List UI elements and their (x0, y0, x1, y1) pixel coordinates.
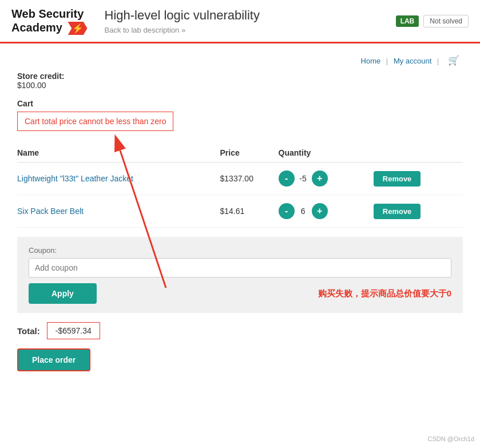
table-row: Lightweight "l33t" Leather Jacket $1337.… (17, 162, 463, 195)
cart-table: Name Price Quantity Lightweight "l33t" L… (17, 144, 463, 228)
col-action (364, 144, 463, 162)
col-name: Name (17, 144, 220, 162)
lab-title: High-level logic vulnerability (105, 8, 384, 23)
top-nav: Home | My account | 🛒 (17, 55, 463, 66)
coupon-input[interactable] (29, 258, 451, 277)
qty-controls-0: - -5 + (279, 171, 364, 187)
cart-table-header: Name Price Quantity (17, 144, 463, 162)
store-credit-value: $100.00 (17, 81, 46, 90)
logo-title: Web Security Academy ⚡ (11, 7, 88, 35)
cart-error: Cart total price cannot be less than zer… (17, 112, 173, 131)
main-content: Home | My account | 🛒 Store credit: $100… (0, 43, 480, 383)
cart-section: Cart Cart total price cannot be less tha… (17, 99, 463, 138)
lab-badge-label: LAB (396, 15, 419, 27)
nav-separator-1: | (386, 57, 388, 65)
store-credit-label: Store credit: (17, 72, 64, 81)
qty-increase-1[interactable]: + (312, 203, 328, 219)
table-row: Six Pack Beer Belt $14.61 - 6 + Remove (17, 195, 463, 228)
cart-label: Cart (17, 99, 463, 108)
place-order-button[interactable]: Place order (17, 348, 90, 371)
remove-button-1[interactable]: Remove (374, 204, 421, 219)
home-link[interactable]: Home (361, 57, 381, 65)
cart-icon[interactable]: 🛒 (448, 55, 459, 65)
header-title-area: High-level logic vulnerability Back to l… (105, 8, 384, 34)
coupon-label: Coupon: (29, 246, 451, 255)
qty-controls-1: - 6 + (279, 203, 364, 219)
qty-decrease-1[interactable]: - (279, 203, 295, 219)
coupon-area: Coupon: Apply 购买失败，提示商品总价值要大于0 (17, 237, 463, 313)
logo-icon: ⚡ (68, 22, 88, 35)
col-price: Price (220, 144, 279, 162)
qty-value-0: -5 (295, 174, 312, 183)
qty-decrease-0[interactable]: - (279, 171, 295, 187)
total-row: Total: -$6597.34 (17, 322, 463, 339)
item-link-1[interactable]: Six Pack Beer Belt (17, 207, 84, 216)
back-link[interactable]: Back to lab description » (105, 26, 186, 34)
item-price-1: $14.61 (220, 195, 279, 228)
qty-increase-0[interactable]: + (312, 171, 328, 187)
header: Web Security Academy ⚡ High-level logic … (0, 0, 480, 43)
apply-button[interactable]: Apply (29, 283, 97, 304)
total-label: Total: (17, 326, 40, 336)
item-price-0: $1337.00 (220, 162, 279, 195)
remove-button-0[interactable]: Remove (374, 171, 421, 187)
total-value: -$6597.34 (47, 322, 100, 339)
store-credit: Store credit: $100.00 (17, 72, 463, 90)
qty-value-1: 6 (295, 207, 312, 216)
item-link-0[interactable]: Lightweight "l33t" Leather Jacket (17, 174, 133, 183)
logo-text: Web Security Academy ⚡ (11, 7, 88, 35)
logo: Web Security Academy ⚡ (11, 7, 88, 35)
nav-separator-2: | (437, 57, 439, 65)
col-quantity: Quantity (279, 144, 364, 162)
lab-status-badge: Not solved (423, 15, 469, 27)
lab-badge: LAB Not solved (396, 15, 469, 27)
annotation-text: 购买失败，提示商品总价值要大于0 (318, 288, 451, 298)
my-account-link[interactable]: My account (394, 57, 431, 65)
